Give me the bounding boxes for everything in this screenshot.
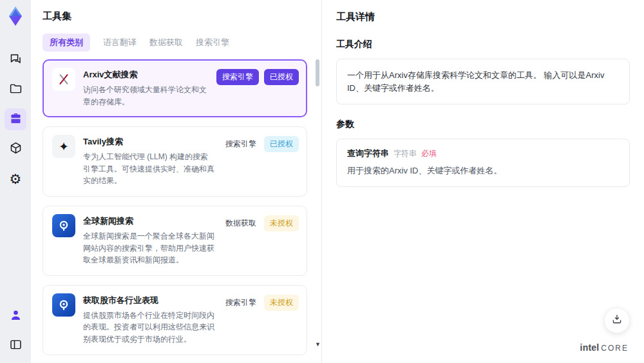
toolbox-icon [9, 112, 23, 128]
arxiv-icon [52, 68, 75, 91]
auth-status-badge: 未授权 [264, 215, 299, 231]
tool-description: 全球新闻搜索是一个聚合全球各大新闻网站内容的搜索引擎，帮助用户快速获取全球最新资… [83, 230, 215, 266]
brand-intel: intel [580, 342, 600, 353]
category-badge: 搜索引擎 [223, 295, 259, 311]
auth-status-badge: 已授权 [264, 69, 299, 85]
sidebar-item-tools[interactable] [5, 108, 26, 130]
newsblue-icon [52, 214, 75, 237]
params-heading: 参数 [336, 119, 630, 130]
scroll-down-icon[interactable]: ▼ [315, 341, 321, 348]
tool-card[interactable]: Arxiv文献搜索 访问各个研究领域大量科学论文和文章的存储库。 搜索引擎 已授… [43, 59, 307, 117]
tool-name: 全球新闻搜索 [83, 214, 215, 227]
param-card: 查询字符串 字符串 必填 用于搜索的Arxiv ID、关键字或作者姓名。 [336, 139, 630, 187]
newsblue-icon [52, 293, 75, 317]
tool-intro-text: 一个用于从Arxiv存储库搜索科学论文和文章的工具。 输入可以是Arxiv ID… [336, 59, 630, 104]
category-badge: 搜索引擎 [223, 136, 259, 152]
sparkle-icon: ✦ [52, 135, 75, 158]
panel-toggle-icon [9, 338, 23, 354]
tool-card[interactable]: 获取股市各行业表现 提供股票市场各个行业在特定时间段内的表现。投资者可以利用这些… [43, 285, 307, 355]
tool-collection-pane: 工具集 所有类别 语言翻译 数据获取 搜索引擎 Arxiv文献搜索 访问各个研究… [31, 0, 322, 363]
user-icon [9, 308, 23, 324]
auth-status-badge: 未授权 [264, 295, 299, 311]
scrollbar-thumb[interactable] [316, 59, 319, 86]
detail-title: 工具详情 [336, 11, 630, 23]
sidebar-item-chat[interactable] [5, 49, 26, 71]
tool-description: 访问各个研究领域大量科学论文和文章的存储库。 [83, 84, 209, 108]
tool-card[interactable]: ✦ Tavily搜索 专为人工智能代理 (LLM) 构建的搜索引擎工具。可快速提… [43, 126, 307, 197]
intro-heading: 工具介绍 [336, 39, 630, 50]
sidebar-item-models[interactable] [5, 138, 26, 160]
tool-description: 提供股票市场各个行业在特定时间段内的表现。投资者可以利用这些信息来识别表现优于或… [83, 309, 215, 346]
category-badge: 数据获取 [223, 215, 259, 231]
tool-name: Tavily搜索 [83, 135, 215, 148]
param-type: 字符串 [393, 148, 417, 159]
auth-status-badge: 已授权 [264, 136, 299, 152]
tool-name: Arxiv文献搜索 [83, 68, 209, 81]
tab-all-categories[interactable]: 所有类别 [43, 34, 90, 52]
tab-search-engine[interactable]: 搜索引擎 [196, 34, 229, 52]
param-required-badge: 必填 [421, 148, 437, 159]
page-title: 工具集 [43, 10, 321, 23]
sidebar-item-panel-toggle[interactable] [5, 335, 26, 357]
brand-core: core [601, 344, 629, 353]
tool-description: 专为人工智能代理 (LLM) 构建的搜索引擎工具。可快速提供实时、准确和真实的结… [83, 151, 215, 187]
sidebar-item-files[interactable] [5, 79, 26, 101]
param-name: 查询字符串 [347, 148, 389, 159]
tool-list: Arxiv文献搜索 访问各个研究领域大量科学论文和文章的存储库。 搜索引擎 已授… [43, 59, 321, 357]
sidebar-item-settings[interactable]: ⚙ [5, 168, 26, 190]
tool-card[interactable]: 全球新闻搜索 全球新闻搜索是一个聚合全球各大新闻网站内容的搜索引擎，帮助用户快速… [43, 206, 307, 276]
app-logo-icon[interactable] [5, 5, 26, 27]
download-button[interactable] [604, 308, 630, 333]
param-description: 用于搜索的Arxiv ID、关键字或作者姓名。 [347, 165, 619, 177]
scrollbar[interactable]: ▼ [316, 58, 319, 357]
sidebar: ⚙ [0, 0, 31, 363]
cube-icon [9, 141, 23, 157]
category-tabs: 所有类别 语言翻译 数据获取 搜索引擎 [43, 34, 321, 52]
tool-detail-pane: 工具详情 工具介绍 一个用于从Arxiv存储库搜索科学论文和文章的工具。 输入可… [322, 0, 644, 363]
sidebar-item-account[interactable] [5, 305, 26, 327]
download-icon [611, 313, 623, 328]
tab-data-fetch[interactable]: 数据获取 [149, 34, 183, 52]
category-badge: 搜索引擎 [216, 69, 259, 85]
folder-icon [9, 82, 23, 98]
intel-core-logo: intel core [580, 342, 629, 353]
tool-name: 获取股市各行业表现 [83, 293, 215, 306]
chat-icon [9, 52, 23, 68]
gear-icon: ⚙ [10, 172, 22, 186]
tab-language-translation[interactable]: 语言翻译 [103, 34, 137, 52]
